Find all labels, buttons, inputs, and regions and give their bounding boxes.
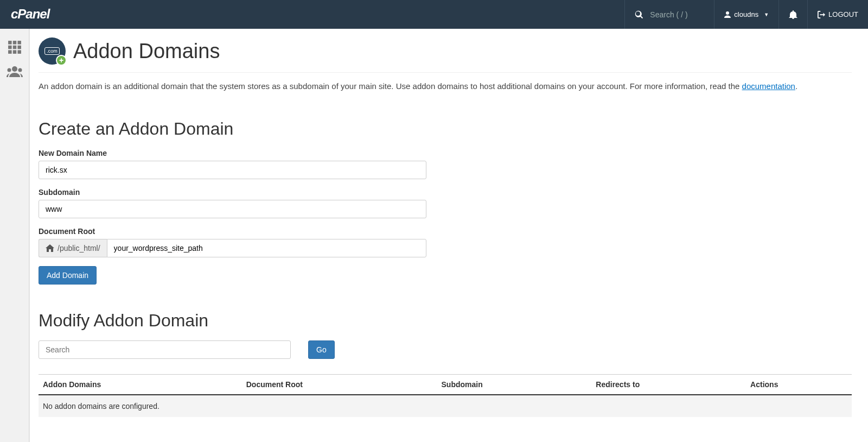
col-subdomain[interactable]: Subdomain xyxy=(437,374,592,395)
main-content: .com + Addon Domains An addon domain is … xyxy=(29,29,868,442)
svg-rect-8 xyxy=(12,50,16,54)
svg-text:cPanel: cPanel xyxy=(11,8,51,21)
svg-rect-2 xyxy=(12,41,16,45)
logout-button[interactable]: LOGOUT xyxy=(807,0,868,29)
addon-domain-icon: .com + xyxy=(39,37,66,65)
cpanel-logo-icon: cPanel xyxy=(11,8,71,22)
topbar: cPanel cloudns ▼ LOGOUT xyxy=(0,0,868,29)
new-domain-input[interactable] xyxy=(39,161,426,179)
docroot-input[interactable] xyxy=(107,239,426,257)
home-icon xyxy=(46,244,54,252)
svg-rect-1 xyxy=(8,41,12,45)
create-heading: Create an Addon Domain xyxy=(39,119,852,139)
caret-down-icon: ▼ xyxy=(764,12,769,17)
user-menu[interactable]: cloudns ▼ xyxy=(714,0,778,29)
svg-rect-6 xyxy=(17,46,21,49)
svg-point-11 xyxy=(7,68,11,72)
global-search-input[interactable] xyxy=(650,10,704,19)
grid-icon xyxy=(8,40,22,54)
empty-message: No addon domains are configured. xyxy=(39,395,852,417)
svg-point-12 xyxy=(18,68,22,72)
intro-text: An addon domain is an additional domain … xyxy=(39,80,852,93)
modify-search-input[interactable] xyxy=(39,340,291,359)
svg-rect-5 xyxy=(12,46,16,49)
addon-domains-table: Addon Domains Document Root Subdomain Re… xyxy=(39,374,852,417)
logout-label: LOGOUT xyxy=(828,10,858,18)
col-addon[interactable]: Addon Domains xyxy=(39,374,242,395)
svg-rect-7 xyxy=(8,50,12,54)
svg-rect-3 xyxy=(17,41,21,45)
col-actions: Actions xyxy=(746,374,852,395)
go-button[interactable]: Go xyxy=(308,340,335,359)
docroot-label: Document Root xyxy=(39,227,426,236)
new-domain-label: New Domain Name xyxy=(39,149,426,157)
docroot-prefix: /public_html/ xyxy=(39,239,107,257)
notifications-button[interactable] xyxy=(778,0,807,29)
modify-heading: Modify Addon Domain xyxy=(39,311,852,331)
col-docroot[interactable]: Document Root xyxy=(242,374,437,395)
page-title: Addon Domains xyxy=(73,40,220,63)
col-redirects[interactable]: Redirects to xyxy=(591,374,746,395)
user-icon xyxy=(724,11,731,18)
page-header: .com + Addon Domains xyxy=(39,35,852,73)
username-label: cloudns xyxy=(734,10,758,18)
sidebar-apps-button[interactable] xyxy=(0,35,29,59)
sidebar-users-button[interactable] xyxy=(0,59,29,83)
bell-icon xyxy=(789,10,797,19)
users-icon xyxy=(7,65,23,77)
cpanel-logo[interactable]: cPanel xyxy=(0,8,81,22)
logout-icon xyxy=(818,11,825,18)
global-search[interactable] xyxy=(624,0,714,29)
table-empty-row: No addon domains are configured. xyxy=(39,395,852,417)
subdomain-input[interactable] xyxy=(39,200,426,218)
add-domain-button[interactable]: Add Domain xyxy=(39,266,97,285)
sidebar xyxy=(0,29,29,442)
svg-point-10 xyxy=(12,66,17,72)
documentation-link[interactable]: documentation xyxy=(742,81,795,91)
plus-badge-icon: + xyxy=(56,55,67,66)
subdomain-label: Subdomain xyxy=(39,188,426,197)
svg-rect-4 xyxy=(8,46,12,49)
search-icon xyxy=(635,10,643,19)
svg-rect-9 xyxy=(17,50,21,54)
